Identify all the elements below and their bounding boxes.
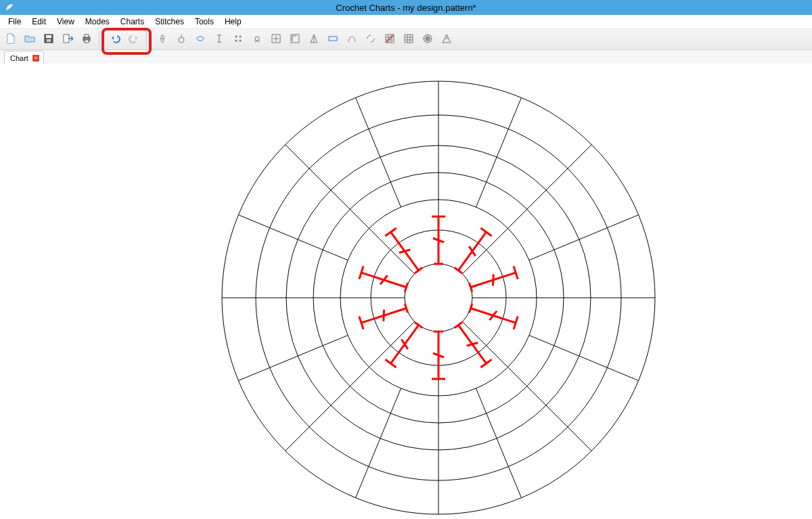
svg-rect-2 [47,39,51,42]
grid-off-button[interactable] [382,31,398,47]
svg-line-30 [493,274,493,286]
stitch-plus-icon [271,33,281,46]
stitch-b-icon [195,33,206,46]
svg-point-9 [197,37,204,41]
grid-spoke [462,145,591,274]
undo-icon [110,33,120,46]
svg-line-27 [455,267,462,273]
svg-line-39 [455,322,462,328]
stitch-symbol[interactable] [385,322,422,367]
stitch-b-button[interactable] [192,31,208,47]
save-button[interactable] [41,31,57,47]
stitch-symbol[interactable] [455,228,492,273]
grid-on-icon [403,33,414,46]
svg-line-31 [469,283,472,292]
svg-rect-17 [329,37,337,41]
new-file-button[interactable] [3,31,19,47]
stitch-f-icon [290,33,300,46]
stitch-a-icon [176,33,187,46]
grid-on-button[interactable] [401,31,417,47]
stitch-symbol[interactable] [359,304,408,330]
stitch-c-icon [214,33,225,46]
svg-line-47 [415,322,422,328]
svg-line-50 [384,310,384,321]
menu-help[interactable]: Help [219,16,247,28]
stitch-j-button[interactable] [363,31,379,47]
svg-line-45 [385,359,396,367]
radial-button[interactable] [420,31,436,47]
menu-charts[interactable]: Charts [115,16,150,28]
triangle-icon [441,33,452,46]
grid-spoke [286,145,415,274]
undo-button[interactable] [107,31,123,47]
stitch-symbol[interactable] [385,228,422,273]
canvas[interactable] [0,64,812,519]
svg-line-35 [469,304,472,313]
stitch-h-icon [328,33,338,46]
stitch-g-icon [309,33,319,46]
title-bar: Crochet Charts - my design.pattern* [0,0,812,15]
redo-icon [129,33,139,46]
stitch-symbol[interactable] [455,322,492,367]
stitch-i-button[interactable] [344,31,360,47]
grid-off-icon [384,33,395,46]
printer-icon [81,33,92,46]
stitch-i-icon [346,33,357,46]
stitch-c-button[interactable] [211,31,227,47]
open-file-button[interactable] [22,31,38,47]
stitch-symbol[interactable] [432,217,445,264]
triangle-button[interactable] [438,31,455,47]
stitch-symbol[interactable] [469,266,518,292]
radial-icon [422,33,433,46]
stitch-symbol[interactable] [469,304,518,330]
stitch-j-icon [365,33,376,46]
svg-line-55 [405,283,407,292]
svg-rect-5 [85,35,89,37]
magic-button[interactable] [154,31,171,47]
export-button[interactable] [60,31,76,47]
stitch-g-button[interactable] [306,31,322,47]
svg-point-14 [255,37,259,41]
svg-point-8 [179,37,184,43]
menu-stitches[interactable]: Stitches [150,16,189,28]
grid-ring [405,264,472,332]
tab-label: Chart [10,54,28,62]
menu-tools[interactable]: Tools [189,16,219,28]
svg-point-13 [240,39,242,41]
svg-rect-3 [64,35,69,43]
print-button[interactable] [78,31,95,47]
close-icon[interactable]: × [32,55,39,62]
menu-bar: File Edit View Modes Charts Stitches Too… [0,15,812,29]
menu-edit[interactable]: Edit [26,16,51,28]
floppy-icon [43,33,54,46]
svg-line-25 [480,228,491,236]
svg-line-51 [405,304,407,313]
stitch-symbol[interactable] [432,332,445,379]
stitch-a-button[interactable] [173,31,189,47]
app-icon [4,2,15,13]
stitch-d-button[interactable] [230,31,246,47]
stitch-h-button[interactable] [325,31,341,47]
grid-spoke [462,321,591,451]
file-icon [5,33,16,46]
redo-button[interactable] [126,31,142,47]
toolbar-separator [146,32,150,47]
menu-file[interactable]: File [3,16,26,28]
svg-line-57 [385,228,396,236]
svg-point-10 [235,35,238,37]
grid-spoke [286,321,415,451]
svg-rect-1 [46,35,51,38]
toolbar-separator [99,32,103,47]
export-icon [62,33,73,46]
stitch-e-button[interactable] [249,31,265,47]
menu-modes[interactable]: Modes [80,16,115,28]
stitch-f-button[interactable] [287,31,303,47]
menu-view[interactable]: View [51,16,80,28]
magic-icon [157,33,168,46]
stitch-plus-button[interactable] [268,31,284,47]
svg-point-11 [240,35,242,37]
svg-line-37 [480,359,491,367]
toolbar [0,29,812,50]
stitch-symbol[interactable] [359,266,408,292]
stitch-e-icon [252,33,263,46]
